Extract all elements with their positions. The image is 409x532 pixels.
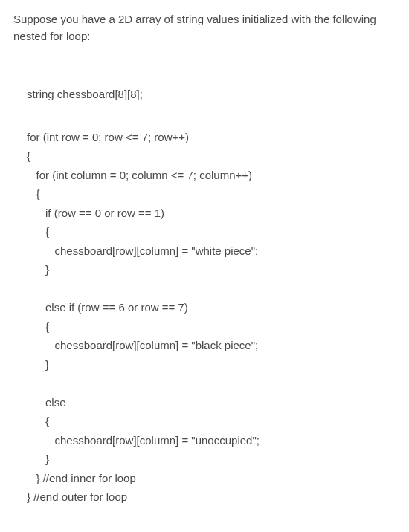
code-line: { [27,187,40,200]
code-line: if (row == 0 or row == 1) [27,207,164,219]
code-line: { [27,225,49,238]
intro-paragraph: Suppose you have a 2D array of string va… [13,10,396,45]
code-line: else [27,396,66,409]
document-page: Suppose you have a 2D array of string va… [0,0,409,532]
code-line: { [27,415,49,427]
code-line: chessboard[row][column] = "white piece"; [27,244,258,257]
code-line: for (int row = 0; row <= 7; row++) [27,131,189,143]
code-line: } [27,358,49,371]
code-line: { [27,320,49,333]
code-line: } [27,263,49,276]
code-line: } [27,452,49,465]
code-declaration: string chessboard[8][8]; [27,85,396,104]
code-line: for (int column = 0; column <= 7; column… [27,169,252,181]
code-line: } //end outer for loop [27,490,127,503]
code-line: { [27,149,30,162]
code-line: else if (row == 6 or row == 7) [27,301,188,314]
code-block: string chessboard[8][8];for (int row = 0… [13,66,396,507]
code-line: chessboard[row][column] = "black piece"; [27,339,258,351]
code-line: } //end inner for loop [27,472,136,484]
code-line: chessboard[row][column] = "unoccupied"; [27,434,260,447]
